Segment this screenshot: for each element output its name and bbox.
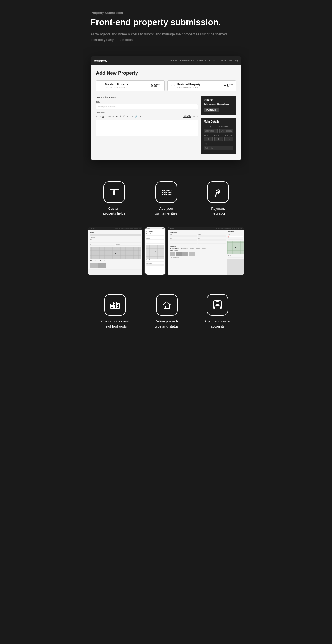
svg-rect-9 xyxy=(114,303,115,304)
status-value: New xyxy=(224,103,229,105)
standard-sub: Free submissions left: 3 xyxy=(105,86,128,88)
beds-field: Beds 0 xyxy=(204,135,213,141)
cities-icon-wrap xyxy=(104,294,126,316)
main-details-panel: Main Details Price ($) Price Label xyxy=(201,118,236,154)
city-label: City xyxy=(204,143,233,144)
city-input[interactable] xyxy=(204,146,233,150)
img-btn[interactable]: ⊞ xyxy=(119,115,122,118)
ordered-list-btn[interactable]: ≔ xyxy=(115,115,118,118)
browser-bar: resideo. HOME PROPERTIES AGENTS BLOG CON… xyxy=(91,56,241,65)
size-field: Size (SF) 1 xyxy=(224,135,233,141)
size-value[interactable]: 1 xyxy=(224,137,233,141)
list-btn[interactable]: ≡ xyxy=(112,115,115,118)
standard-property-card[interactable]: ⌂ Standard Property Free submissions lef… xyxy=(96,80,165,91)
cities-label: Custom cities andneighborhoods xyxy=(101,319,129,329)
beds-value[interactable]: 0 xyxy=(204,137,213,141)
text-tab[interactable]: TEXT xyxy=(193,115,198,117)
editor-area[interactable] xyxy=(96,120,198,136)
price-label-input[interactable] xyxy=(219,129,233,133)
editor-toolbar: B I U " — ≡ ≔ ⊞ ⊟ ↩ ↪ 🔗 ✕ VISUAL TEXT xyxy=(96,115,198,119)
svg-rect-7 xyxy=(112,305,112,306)
nav-properties[interactable]: PROPERTIES xyxy=(180,59,194,62)
svg-rect-1 xyxy=(113,190,115,195)
house-icon: ⌂ xyxy=(99,83,102,88)
property-type-icon-wrap xyxy=(156,294,178,316)
table-btn[interactable]: ⊟ xyxy=(123,115,126,118)
person-icon xyxy=(212,299,223,310)
waves-icon xyxy=(161,187,172,198)
redo-btn[interactable]: ↪ xyxy=(130,115,133,118)
featured-name: Featured Property xyxy=(177,83,200,86)
price-field: Price ($) xyxy=(204,125,218,133)
custom-fields-label: Customproperty fields xyxy=(103,206,125,216)
standard-price: 9.99USD xyxy=(151,84,161,88)
publish-panel: Publish Submission Status: New PUBLISH xyxy=(201,96,236,115)
svg-rect-0 xyxy=(110,189,119,190)
size-label: Size (SF) xyxy=(224,135,233,136)
svg-rect-12 xyxy=(117,304,118,305)
publish-button[interactable]: PUBLISH xyxy=(204,108,219,112)
quote-btn[interactable]: " xyxy=(105,115,107,118)
underline-btn[interactable]: U xyxy=(102,115,105,118)
amenities-icon-wrap xyxy=(155,181,177,203)
screenshot-desktop-1: resideo. HOME PROPERTIES AGENTS BLOG CON… xyxy=(88,227,142,275)
feature-amenities: Add yourown amenities xyxy=(155,181,177,216)
hero-description: Allow agents and home owners to submit a… xyxy=(91,32,241,43)
city-field: City xyxy=(204,143,233,150)
browser-mockup: resideo. HOME PROPERTIES AGENTS BLOG CON… xyxy=(91,56,241,160)
accounts-label: Agent and owneraccounts xyxy=(204,319,231,329)
hero-subtitle: Property Submission xyxy=(91,11,241,15)
svg-rect-10 xyxy=(114,305,115,306)
price-input[interactable] xyxy=(204,129,218,133)
link-btn[interactable]: 🔗 xyxy=(134,115,138,118)
browser-logo: resideo. xyxy=(94,59,168,62)
form-main: Basic Information Title * Enter property… xyxy=(96,96,236,154)
bold-btn[interactable]: B xyxy=(96,115,99,118)
feature-cities: Custom cities andneighborhoods xyxy=(101,294,129,329)
publish-title: Publish xyxy=(204,99,233,102)
featured-price: + 3USD xyxy=(224,84,233,88)
featured-sub: Free submissions left: 3 xyxy=(177,86,200,88)
form-right: Publish Submission Status: New PUBLISH M… xyxy=(201,96,236,154)
price-label-field: Price Label xyxy=(219,125,233,133)
visual-tab[interactable]: VISUAL xyxy=(183,115,191,118)
dash-btn[interactable]: — xyxy=(108,115,111,118)
beds-baths-row: Beds 0 Baths 0 Size (SF) 1 xyxy=(204,135,233,141)
overview-label: Overview * xyxy=(96,111,198,114)
tt-icon xyxy=(109,187,120,198)
baths-label: Baths xyxy=(214,135,223,136)
details-title: Main Details xyxy=(204,120,233,123)
title-input[interactable]: Enter property title xyxy=(96,104,198,109)
nav-agents[interactable]: AGENTS xyxy=(197,59,206,62)
standard-name: Standard Property xyxy=(105,83,128,86)
bottom-features-row: Custom cities andneighborhoods Define pr… xyxy=(83,283,249,339)
svg-rect-14 xyxy=(165,306,168,309)
browser-content: Add New Property ⌂ Standard Property Fre… xyxy=(91,65,241,160)
nav-home[interactable]: HOME xyxy=(170,59,177,62)
clear-btn[interactable]: ✕ xyxy=(139,115,142,118)
buildings-icon xyxy=(110,299,120,310)
browser-nav: HOME PROPERTIES AGENTS BLOG CONTACT US xyxy=(170,59,232,62)
publish-status: Submission Status: New xyxy=(204,103,233,105)
undo-btn[interactable]: ↩ xyxy=(127,115,130,118)
form-title: Add New Property xyxy=(96,70,236,76)
svg-point-15 xyxy=(216,301,219,305)
screenshots-row: resideo. HOME PROPERTIES AGENTS BLOG CON… xyxy=(83,224,249,283)
nav-contact[interactable]: CONTACT US xyxy=(219,59,232,62)
price-row: Price ($) Price Label xyxy=(204,125,233,133)
screenshot-desktop-2: resideo. HOME PROPERTIES AGENTS BLOG CON… xyxy=(168,227,244,275)
star-icon: ☆ xyxy=(171,83,175,89)
city-row: City xyxy=(204,143,233,150)
beds-label: Beds xyxy=(204,135,213,136)
baths-value[interactable]: 0 xyxy=(214,137,223,141)
property-type-label: Define propertytype and status xyxy=(155,319,179,329)
status-label: Submission Status: xyxy=(204,103,224,105)
nav-blog[interactable]: BLOG xyxy=(209,59,215,62)
user-icon[interactable]: ⊙ xyxy=(235,58,238,63)
payment-label: Paymentintegration xyxy=(210,206,226,216)
italic-btn[interactable]: I xyxy=(99,115,101,118)
featured-property-card[interactable]: ☆ Featured Property Free submissions lef… xyxy=(167,80,236,91)
baths-field: Baths 0 xyxy=(214,135,223,141)
amenities-label: Add yourown amenities xyxy=(155,206,177,216)
hero-title: Front-end property submission. xyxy=(91,17,241,27)
